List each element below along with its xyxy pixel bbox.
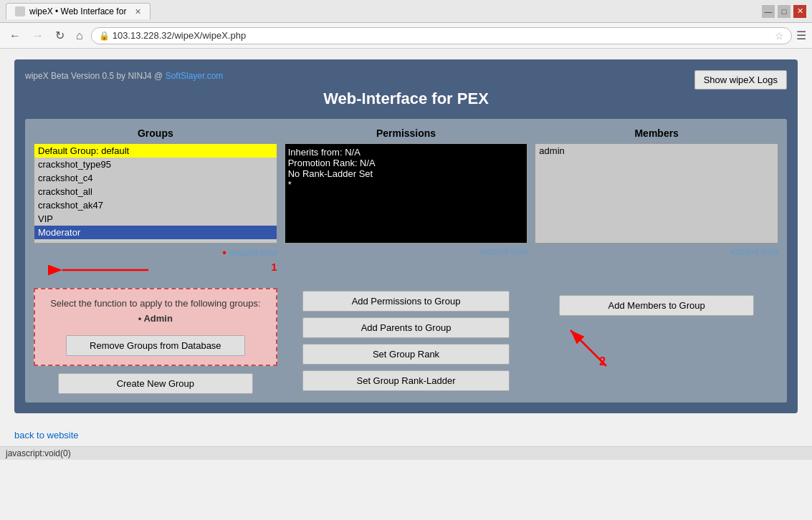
subtitle-text: wipeX Beta Version 0.5 by NINJ4 @ <box>25 71 163 81</box>
permissions-header: Permissions <box>285 127 528 139</box>
window-controls: — □ ✕ <box>762 5 806 18</box>
groups-list-item[interactable]: Admin <box>34 239 277 244</box>
groups-header: Groups <box>34 127 277 139</box>
groups-expand-label: expand view <box>229 248 277 258</box>
status-bar: javascript:void(0) <box>0 446 812 460</box>
groups-list-item[interactable]: crackshot_ak47 <box>34 198 277 212</box>
panel-title: Web-Interface for PEX <box>25 90 787 108</box>
members-actions-column: Add Members to Group 2 <box>535 288 778 394</box>
create-new-group-button[interactable]: Create New Group <box>58 373 253 394</box>
lock-icon: 🔒 <box>99 31 110 41</box>
select-instruction: Select the function to apply to the foll… <box>50 298 260 309</box>
members-expand-link[interactable]: expand view <box>535 246 778 256</box>
groups-list-item[interactable]: VIP <box>34 212 277 226</box>
remove-groups-button[interactable]: Remove Groups from Database <box>66 335 244 356</box>
annotation-area-2: 2 <box>535 316 778 373</box>
footer: back to website <box>0 424 812 446</box>
subtitle-link[interactable]: SoftSlayer.com <box>166 71 224 81</box>
panel-subtitle: wipeX Beta Version 0.5 by NINJ4 @ SoftSl… <box>25 71 223 81</box>
browser-chrome: wipeX • Web Interface for ✕ — □ ✕ ← → ↻ … <box>0 0 812 49</box>
home-button[interactable]: ⌂ <box>72 28 87 44</box>
annotation-area-1: 1 <box>34 259 277 281</box>
back-nav-button[interactable]: ← <box>6 28 24 44</box>
close-button[interactable]: ✕ <box>793 5 806 18</box>
forward-nav-button[interactable]: → <box>29 28 47 44</box>
permissions-buttons-group: Add Permissions to Group Add Parents to … <box>285 291 528 391</box>
tab-title: wipeX • Web Interface for <box>29 6 126 16</box>
permissions-line: No Rank-Ladder Set <box>288 168 525 179</box>
actions-row: Select the function to apply to the foll… <box>34 288 778 394</box>
url-text: 103.13.228.32/wipeX/wipeX.php <box>113 30 772 41</box>
arrow-1-svg <box>34 259 163 281</box>
members-expand-label: expand view <box>730 246 778 256</box>
tab-favicon <box>15 6 25 16</box>
add-members-button[interactable]: Add Members to Group <box>559 295 754 316</box>
groups-list-item[interactable]: crackshot_all <box>34 185 277 198</box>
permissions-line: Promotion Rank: N/A <box>288 158 525 168</box>
columns-row: Groups Default Group: defaultcrackshot_t… <box>34 127 778 281</box>
main-panel: Show wipeX Logs wipeX Beta Version 0.5 b… <box>14 59 798 413</box>
annotation-label-2: 2 <box>599 355 606 368</box>
groups-list-item[interactable]: crackshot_type95 <box>34 158 277 171</box>
groups-list-item[interactable]: crackshot_c4 <box>34 171 277 185</box>
page-content: Show wipeX Logs wipeX Beta Version 0.5 b… <box>0 59 812 520</box>
bookmark-icon[interactable]: ☆ <box>775 30 784 42</box>
add-parents-button[interactable]: Add Parents to Group <box>302 317 510 338</box>
tab-close-button[interactable]: ✕ <box>135 7 141 16</box>
title-bar: wipeX • Web Interface for ✕ — □ ✕ <box>0 0 812 23</box>
permissions-expand-label: expand view <box>480 246 528 256</box>
select-function-column: Select the function to apply to the foll… <box>34 288 277 394</box>
groups-list[interactable]: Default Group: defaultcrackshot_type95cr… <box>34 143 277 244</box>
status-text: javascript:void(0) <box>6 448 71 458</box>
address-bar[interactable]: 🔒 103.13.228.32/wipeX/wipeX.php ☆ <box>91 27 792 44</box>
reload-button[interactable]: ↻ <box>52 27 68 44</box>
members-column: Members admin expand view <box>535 127 778 281</box>
groups-list-item[interactable]: Moderator <box>34 226 277 239</box>
expand-dot: • <box>222 246 226 259</box>
select-function-box: Select the function to apply to the foll… <box>34 288 277 366</box>
columns-area: Groups Default Group: defaultcrackshot_t… <box>25 119 787 403</box>
permissions-column: Permissions Inherits from: N/APromotion … <box>285 127 528 281</box>
members-header: Members <box>535 127 778 139</box>
members-list[interactable]: admin <box>535 143 778 244</box>
permissions-expand-link[interactable]: expand view <box>285 246 528 256</box>
set-rank-ladder-button[interactable]: Set Group Rank-Ladder <box>302 370 510 391</box>
add-permissions-button[interactable]: Add Permissions to Group <box>302 291 510 312</box>
groups-expand-link[interactable]: • expand view <box>34 246 277 259</box>
browser-tab[interactable]: wipeX • Web Interface for ✕ <box>6 3 151 19</box>
permissions-line: * <box>288 179 525 190</box>
selected-group-item: • Admin <box>138 313 173 324</box>
permissions-list: Inherits from: N/APromotion Rank: N/ANo … <box>285 143 528 244</box>
permissions-line: Inherits from: N/A <box>288 147 525 158</box>
nav-bar: ← → ↻ ⌂ 🔒 103.13.228.32/wipeX/wipeX.php … <box>0 23 812 49</box>
set-rank-button[interactable]: Set Group Rank <box>302 344 510 365</box>
show-logs-button[interactable]: Show wipeX Logs <box>694 70 787 90</box>
groups-list-item[interactable]: Default Group: default <box>34 144 277 158</box>
maximize-button[interactable]: □ <box>778 5 790 18</box>
annotation-label-1: 1 <box>271 261 277 273</box>
minimize-button[interactable]: — <box>762 5 775 18</box>
groups-column: Groups Default Group: defaultcrackshot_t… <box>34 127 277 281</box>
panel-top-row: Show wipeX Logs wipeX Beta Version 0.5 b… <box>25 70 787 90</box>
arrow-2-svg <box>549 316 635 373</box>
back-to-website-link[interactable]: back to website <box>14 430 79 440</box>
permissions-actions-column: Add Permissions to Group Add Parents to … <box>285 288 528 394</box>
members-list-item[interactable]: admin <box>535 144 778 158</box>
menu-icon[interactable]: ☰ <box>796 29 806 42</box>
